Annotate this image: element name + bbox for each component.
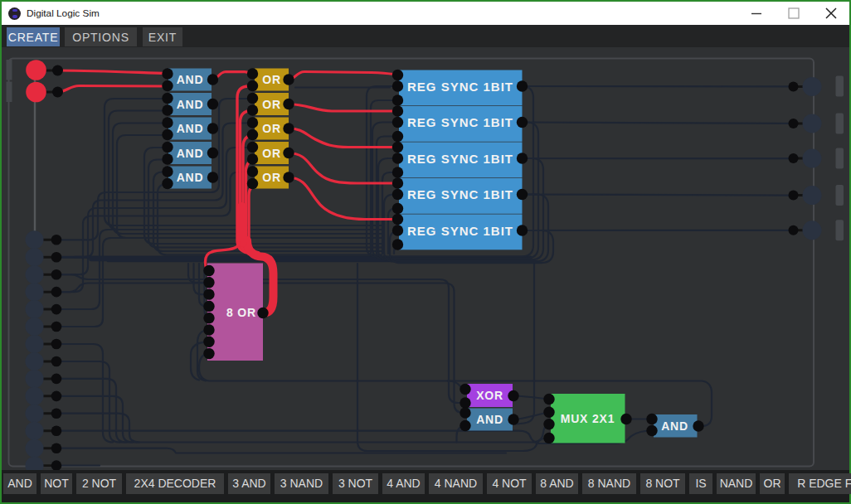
svg-text:REG SYNC 1BIT: REG SYNC 1BIT	[407, 115, 513, 129]
svg-text:AND: AND	[661, 419, 688, 433]
svg-text:AND: AND	[177, 98, 204, 111]
svg-text:REG SYNC 1BIT: REG SYNC 1BIT	[407, 187, 513, 201]
svg-text:MUX 2X1: MUX 2X1	[561, 412, 615, 425]
svg-text:AND: AND	[177, 73, 204, 86]
svg-text:OR: OR	[262, 171, 281, 184]
svg-text:AND: AND	[476, 413, 503, 426]
svg-text:AND: AND	[177, 147, 204, 160]
svg-text:XOR: XOR	[476, 389, 503, 402]
svg-text:AND: AND	[177, 122, 204, 135]
svg-text:8 OR: 8 OR	[226, 306, 256, 319]
svg-text:OR: OR	[262, 98, 281, 111]
svg-text:OR: OR	[262, 147, 281, 160]
svg-text:REG SYNC 1BIT: REG SYNC 1BIT	[407, 224, 513, 238]
svg-text:REG SYNC 1BIT: REG SYNC 1BIT	[407, 152, 513, 166]
svg-text:REG SYNC 1BIT: REG SYNC 1BIT	[407, 80, 513, 94]
svg-text:OR: OR	[262, 73, 281, 86]
svg-text:OR: OR	[262, 122, 281, 135]
svg-text:AND: AND	[177, 171, 204, 184]
